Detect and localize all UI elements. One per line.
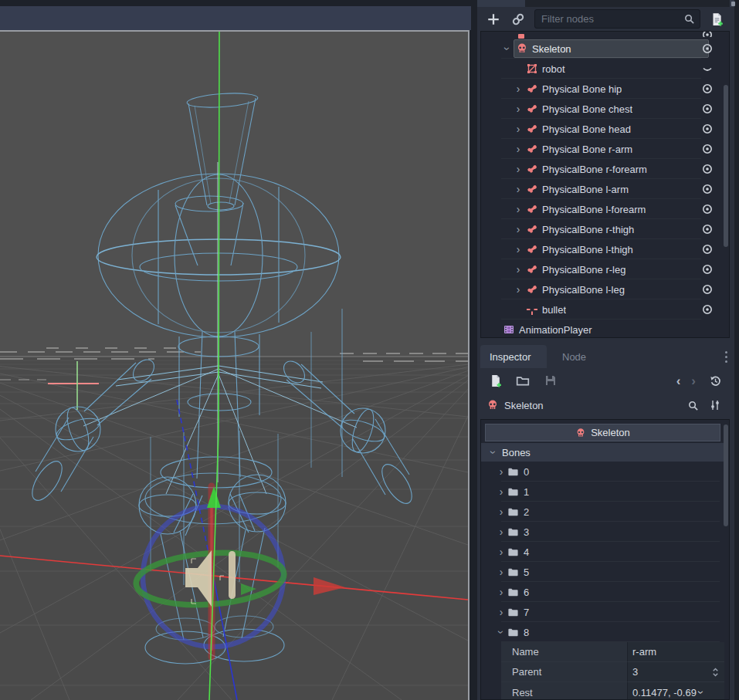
tree-row-physicalbone-l-leg[interactable]: › PhysicalBone l-leg <box>481 279 729 299</box>
collapse-chevron-icon[interactable]: › <box>495 627 507 637</box>
save-resource-button[interactable] <box>542 372 559 389</box>
scene-tree-scrollbar[interactable] <box>724 85 728 247</box>
expand-chevron-icon[interactable]: › <box>512 244 524 255</box>
expand-chevron-icon[interactable]: › <box>512 144 524 154</box>
visibility-eye-icon[interactable] <box>701 263 714 276</box>
bone-folder-row[interactable]: › 7 <box>481 602 724 622</box>
expand-chevron-icon[interactable]: › <box>512 224 524 235</box>
visibility-eye-icon[interactable] <box>701 223 714 235</box>
tree-row-physical-bone-r-arm[interactable]: › Physical Bone r-arm <box>481 139 729 159</box>
visibility-eye-icon[interactable] <box>701 123 714 135</box>
expand-chevron-icon[interactable]: › <box>495 466 507 477</box>
expand-chevron-icon[interactable]: › <box>512 284 524 295</box>
tree-row-physicalbone-l-arm[interactable]: › PhysicalBone l-arm <box>481 179 729 199</box>
tree-row-physicalbone-l-forearm[interactable]: › PhysicalBone l-forearm <box>481 199 729 219</box>
add-node-button[interactable] <box>485 11 502 28</box>
visibility-eye-icon[interactable] <box>701 243 714 255</box>
tab-inspector[interactable]: Inspector <box>480 345 547 368</box>
property-tools-button[interactable] <box>707 397 724 414</box>
property-label: Rest <box>512 687 533 698</box>
expand-chevron-icon[interactable]: › <box>495 506 507 517</box>
expand-chevron-icon[interactable]: › <box>512 264 524 275</box>
expand-chevron-icon[interactable]: › <box>512 164 524 174</box>
tree-row-animationplayer[interactable]: AnimationPlayer <box>481 320 729 338</box>
visibility-eye-icon[interactable] <box>701 203 714 215</box>
visibility-eye-icon[interactable] <box>701 303 714 316</box>
dropdown-chevron-icon[interactable]: › <box>695 691 707 695</box>
tree-row-physical-bone-hip[interactable]: › Physical Bone hip <box>481 79 729 99</box>
property-search-button[interactable] <box>684 397 701 414</box>
expand-chevron-icon[interactable]: › <box>495 566 507 577</box>
expand-chevron-icon[interactable]: › <box>495 607 507 617</box>
inspector-scrollbar[interactable] <box>724 424 728 526</box>
expand-chevron-icon[interactable]: › <box>495 526 507 537</box>
tree-row-physicalbone-l-thigh[interactable]: › PhysicalBone l-thigh <box>481 239 729 259</box>
visibility-eye-icon[interactable] <box>701 163 714 175</box>
tree-row-physical-bone-chest[interactable]: › Physical Bone chest <box>481 99 729 119</box>
right-dock: Filter nodes › <box>477 0 734 700</box>
section-bones-label: Bones <box>502 447 531 458</box>
history-button[interactable] <box>707 372 724 389</box>
visibility-eye-icon[interactable] <box>701 143 714 155</box>
load-resource-button[interactable] <box>514 372 531 389</box>
expand-chevron-icon[interactable]: › <box>512 204 524 215</box>
tree-row-physicalbone-r-thigh[interactable]: › PhysicalBone r-thigh <box>481 219 729 239</box>
visibility-eye-icon[interactable] <box>701 283 714 296</box>
tree-row-bullet[interactable]: › bullet <box>481 299 729 320</box>
inspected-object-name: Skeleton <box>504 400 544 411</box>
dock-tab-strip <box>477 0 734 7</box>
bone-folder-row-expanded[interactable]: › 8 <box>481 622 724 642</box>
property-value-name[interactable]: r-arm <box>628 642 724 662</box>
back-icon[interactable]: ‹ <box>676 374 681 387</box>
node-label: Physical Bone chest <box>542 103 632 115</box>
property-row-rest: Rest 0.11477, -0.69 › <box>481 682 724 700</box>
visibility-eye-icon[interactable] <box>701 42 714 55</box>
link-scene-icon <box>511 12 525 26</box>
tree-row-skeleton[interactable]: › Skeleton <box>481 39 729 59</box>
attach-script-button[interactable] <box>708 11 725 28</box>
expand-chevron-icon[interactable]: › <box>495 587 507 597</box>
section-chevron-icon: › <box>487 447 500 458</box>
visibility-eye-closed-icon[interactable] <box>701 63 714 75</box>
tab-node[interactable]: Node <box>553 345 586 368</box>
tree-row-physical-bone-head[interactable]: › Physical Bone head <box>481 119 729 139</box>
bone-folder-row[interactable]: › 4 <box>481 542 724 562</box>
expand-chevron-icon[interactable]: › <box>512 123 524 134</box>
collapse-chevron-icon[interactable]: › <box>501 43 514 54</box>
expand-chevron-icon[interactable]: › <box>495 546 507 557</box>
inspector-header-title: Skeleton <box>591 427 630 438</box>
stepper-icon[interactable] <box>711 667 720 678</box>
filter-nodes-input[interactable]: Filter nodes <box>534 9 700 29</box>
property-value-rest[interactable]: 0.11477, -0.69 › <box>628 682 724 700</box>
inspector-toolbar: ‹ › <box>477 368 734 393</box>
tree-row-physicalbone-r-forearm[interactable]: › PhysicalBone r-forearm <box>481 159 729 179</box>
bone-folder-row[interactable]: › 0 <box>481 462 724 482</box>
tab-menu-button[interactable] <box>724 350 728 366</box>
bone-icon <box>526 263 538 276</box>
bone-folder-row[interactable]: › 1 <box>481 482 724 502</box>
visibility-eye-icon[interactable] <box>701 103 714 115</box>
property-value-parent[interactable]: 3 <box>628 662 724 682</box>
visibility-eye-icon[interactable] <box>701 83 714 95</box>
new-resource-button[interactable] <box>486 372 503 389</box>
section-bones[interactable]: › Bones <box>481 443 724 462</box>
node-label: robot <box>542 63 565 75</box>
bone-folder-row[interactable]: › 3 <box>481 522 724 542</box>
viewport-3d[interactable] <box>0 30 470 700</box>
instance-scene-button[interactable] <box>510 11 527 28</box>
bone-icon <box>526 103 538 115</box>
property-value-text: 0.11477, -0.69 <box>632 687 697 698</box>
expand-chevron-icon[interactable]: › <box>495 486 507 497</box>
tree-row-physicalbone-r-leg[interactable]: › PhysicalBone r-leg <box>481 259 729 279</box>
forward-icon[interactable]: › <box>691 374 696 387</box>
expand-chevron-icon[interactable]: › <box>512 83 524 94</box>
bone-folder-row[interactable]: › 6 <box>481 582 724 602</box>
tree-row-robot[interactable]: › robot <box>481 59 729 79</box>
bone-index: 6 <box>524 587 529 598</box>
expand-chevron-icon[interactable]: › <box>512 103 524 114</box>
bone-folder-row[interactable]: › 5 <box>481 562 724 582</box>
property-label: Parent <box>512 666 541 678</box>
bone-folder-row[interactable]: › 2 <box>481 502 724 522</box>
visibility-eye-icon[interactable] <box>701 183 714 195</box>
expand-chevron-icon[interactable]: › <box>512 184 524 194</box>
